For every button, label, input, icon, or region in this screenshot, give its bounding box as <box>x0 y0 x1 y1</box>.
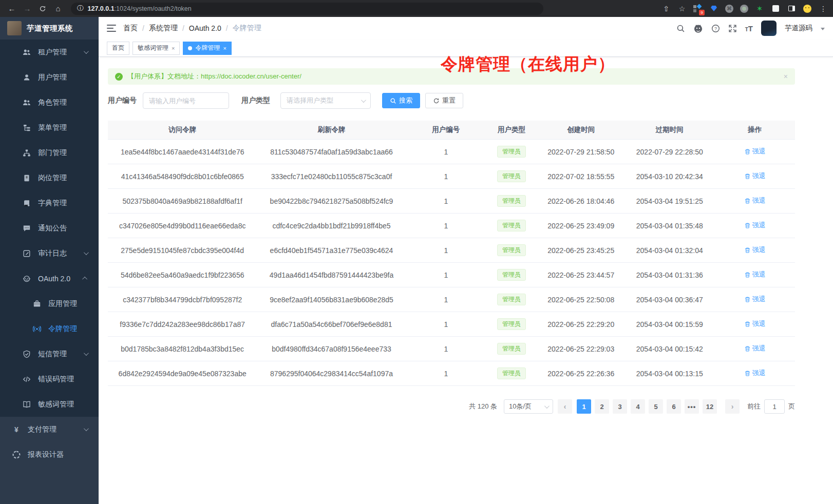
bookmark-star-icon[interactable]: ☆ <box>677 4 687 13</box>
page-ellipsis-button[interactable]: ••• <box>685 399 699 414</box>
extension-grid-icon[interactable]: 9 <box>693 4 703 13</box>
action-cell: 强退 <box>714 171 795 181</box>
refresh-token-cell: b0df4980ffd34c67a08f9156e4eee733 <box>257 345 406 353</box>
page-button-2[interactable]: 2 <box>595 399 609 414</box>
page-button-3[interactable]: 3 <box>613 399 627 414</box>
breadcrumb-item[interactable]: 首页 <box>123 24 138 33</box>
user-id-cell: 1 <box>406 197 486 205</box>
sidebar-item-sensitive[interactable]: 敏感词管理 <box>0 392 99 417</box>
url-path: :1024/system/oauth2/token <box>115 5 192 12</box>
force-logout-button[interactable]: 强退 <box>744 344 766 353</box>
alert-doc-link[interactable]: https://doc.iocoder.cn/user-center/ <box>201 72 301 80</box>
page-info-icon[interactable]: ⓘ <box>77 5 84 12</box>
breadcrumb-item[interactable]: 系统管理 <box>149 24 178 33</box>
page-button-5[interactable]: 5 <box>649 399 663 414</box>
sidebar-item-tenant[interactable]: 租户管理 <box>0 40 99 65</box>
sidebar-item-dict[interactable]: 字典管理 <box>0 190 99 216</box>
sidebar-item-auditlog[interactable]: 审计日志 <box>0 241 99 266</box>
round-extension-icon[interactable] <box>740 5 748 13</box>
reset-button[interactable]: 重置 <box>425 93 463 108</box>
fullscreen-icon[interactable] <box>728 24 737 33</box>
force-logout-button[interactable]: 强退 <box>744 245 766 255</box>
sidebar-item-sms[interactable]: 短信管理 <box>0 341 99 366</box>
emoji-extension-icon[interactable] <box>803 4 812 13</box>
collapse-menu-icon[interactable] <box>107 25 116 32</box>
sidebar-item-oauth2-app[interactable]: 应用管理 <box>0 291 99 316</box>
green-star-extension-icon[interactable]: ✶ <box>755 4 764 13</box>
sidebar-item-notice[interactable]: 通知公告 <box>0 216 99 241</box>
user-menu-caret-icon[interactable] <box>821 28 825 30</box>
force-logout-button[interactable]: 强退 <box>744 221 766 230</box>
username[interactable]: 芋道源码 <box>785 24 812 33</box>
help-icon[interactable]: ? <box>711 24 720 33</box>
sidebar-item-user[interactable]: 用户管理 <box>0 65 99 90</box>
puzzle-extension-icon[interactable] <box>771 4 780 13</box>
next-page-button[interactable]: › <box>725 399 740 414</box>
user-id-input[interactable] <box>143 92 229 109</box>
tab-首页[interactable]: 首页 <box>107 42 129 55</box>
action-cell: 强退 <box>714 319 795 329</box>
gem-extension-icon[interactable] <box>709 4 718 13</box>
search-button[interactable]: 搜索 <box>382 93 420 108</box>
font-size-icon[interactable]: TT <box>745 24 753 33</box>
browser-menu-icon[interactable]: ⋮ <box>819 4 828 13</box>
forward-icon[interactable]: → <box>21 2 34 15</box>
app-logo-bar[interactable]: 芋道管理系统 <box>0 17 99 40</box>
tab-label: 令牌管理 <box>195 44 220 52</box>
force-logout-button[interactable]: 强退 <box>744 295 766 304</box>
page-button-4[interactable]: 4 <box>631 399 645 414</box>
created-time-cell: 2022-06-25 22:50:08 <box>537 296 624 304</box>
sidebar-item-label: 租户管理 <box>38 48 67 57</box>
github-icon[interactable] <box>693 24 703 33</box>
sidebar-item-menu[interactable]: 菜单管理 <box>0 115 99 140</box>
force-logout-button[interactable]: 强退 <box>744 196 766 205</box>
search-icon[interactable] <box>676 24 685 33</box>
sidebar-item-role[interactable]: 角色管理 <box>0 90 99 115</box>
refresh-token-cell: be90422b8c7946218275a508bf524fc9 <box>257 197 406 205</box>
trash-icon <box>744 345 751 352</box>
access-token-cell: 275e5de9151045fe87cbdc395e004f4d <box>108 246 257 255</box>
svg-text:?: ? <box>714 26 717 31</box>
back-icon[interactable]: ← <box>5 2 18 15</box>
expire-time-cell: 2054-03-04 00:36:47 <box>624 296 714 304</box>
user-type-badge: 管理员 <box>497 195 526 207</box>
sidebar-item-oauth2-token[interactable]: 令牌管理 <box>0 316 99 341</box>
reload-icon[interactable] <box>36 2 49 15</box>
side-panel-icon[interactable] <box>787 4 796 13</box>
refresh-token-cell: 333ecfc71e02480cb11055c875c3ca0f <box>257 172 406 181</box>
page-button-1[interactable]: 1 <box>577 399 591 414</box>
page-button-12[interactable]: 12 <box>703 399 717 414</box>
avatar[interactable] <box>761 21 777 36</box>
pagination-total: 共 120 条 <box>469 402 497 411</box>
command-extension-icon[interactable]: ⌘ <box>725 5 733 13</box>
alert-close-icon[interactable]: × <box>784 72 788 81</box>
sidebar-item-oauth2[interactable]: OAuth 2.0 <box>0 266 99 291</box>
user-type-select[interactable]: 请选择用户类型 <box>280 92 371 109</box>
tab-敏感词管理[interactable]: 敏感词管理× <box>132 42 180 55</box>
tab-close-icon[interactable]: × <box>172 45 175 51</box>
force-logout-button[interactable]: 强退 <box>744 171 766 181</box>
sidebar-item-report[interactable]: 报表设计器 <box>0 442 99 467</box>
page-button-6[interactable]: 6 <box>667 399 681 414</box>
sidebar-item-label: 用户管理 <box>38 73 67 82</box>
address-bar[interactable]: ⓘ 127.0.0.1:1024/system/oauth2/token <box>71 3 543 15</box>
breadcrumb-item[interactable]: OAuth 2.0 <box>189 24 221 32</box>
sidebar-item-pay[interactable]: ¥支付管理 <box>0 417 99 442</box>
force-logout-button[interactable]: 强退 <box>744 319 766 328</box>
expire-time-cell: 2054-03-04 00:13:15 <box>624 370 714 378</box>
sidebar-item-errcode[interactable]: 错误码管理 <box>0 366 99 392</box>
tab-令牌管理[interactable]: 令牌管理× <box>183 42 231 55</box>
created-time-cell: 2022-06-25 23:49:09 <box>537 222 624 230</box>
page-size-select[interactable]: 10条/页 <box>504 399 553 414</box>
sidebar-item-dept[interactable]: 部门管理 <box>0 140 99 165</box>
tab-close-icon[interactable]: × <box>223 45 226 51</box>
force-logout-button[interactable]: 强退 <box>744 369 766 378</box>
prev-page-button[interactable]: ‹ <box>558 399 572 414</box>
share-icon[interactable]: ⇧ <box>661 4 671 13</box>
pay-icon: ¥ <box>12 425 21 434</box>
home-icon[interactable]: ⌂ <box>51 2 65 15</box>
force-logout-button[interactable]: 强退 <box>744 270 766 279</box>
goto-page-input[interactable] <box>764 399 785 414</box>
sidebar-item-post[interactable]: 岗位管理 <box>0 165 99 190</box>
force-logout-button[interactable]: 强退 <box>744 147 766 156</box>
